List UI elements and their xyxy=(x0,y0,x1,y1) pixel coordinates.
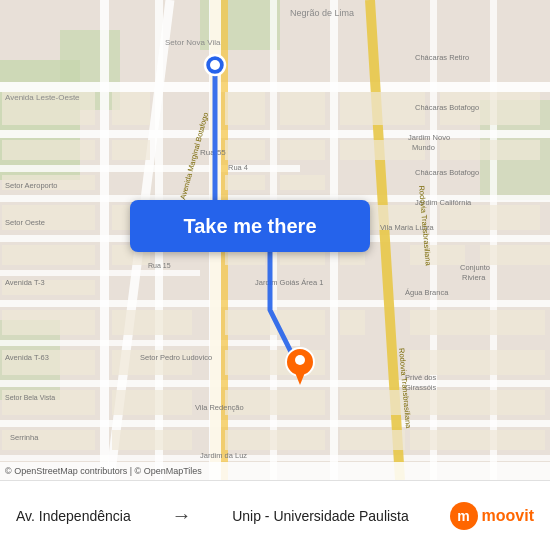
svg-rect-53 xyxy=(410,245,465,265)
svg-rect-34 xyxy=(112,140,150,160)
direction-arrow-icon: → xyxy=(171,504,191,527)
svg-text:Avenida T-3: Avenida T-3 xyxy=(5,278,45,287)
svg-text:Jardim Novo: Jardim Novo xyxy=(408,133,450,142)
svg-point-111 xyxy=(295,355,305,365)
svg-text:Setor Oeste: Setor Oeste xyxy=(5,218,45,227)
svg-text:Serrinha: Serrinha xyxy=(10,433,39,442)
destination-label: Unip - Universidade Paulista xyxy=(232,508,409,524)
svg-rect-73 xyxy=(340,430,405,450)
svg-rect-68 xyxy=(340,390,405,415)
svg-text:Água Branca: Água Branca xyxy=(405,288,449,297)
svg-rect-71 xyxy=(112,430,192,450)
svg-text:Rua 15: Rua 15 xyxy=(148,262,171,269)
svg-rect-48 xyxy=(2,245,95,265)
svg-rect-35 xyxy=(225,140,265,160)
svg-text:Chácaras Botafogo: Chácaras Botafogo xyxy=(415,168,479,177)
svg-rect-72 xyxy=(225,430,325,450)
svg-text:Jardim Goiás Área 1: Jardim Goiás Área 1 xyxy=(255,278,323,287)
svg-rect-66 xyxy=(112,390,192,415)
origin-label: Av. Independência xyxy=(16,508,131,524)
svg-rect-28 xyxy=(112,92,150,125)
svg-rect-17 xyxy=(100,0,109,480)
moovit-brand-text: moovit xyxy=(482,507,534,525)
svg-rect-47 xyxy=(440,205,540,230)
svg-text:Setor Aeroporto: Setor Aeroporto xyxy=(5,181,58,190)
svg-rect-64 xyxy=(410,350,545,375)
svg-rect-57 xyxy=(112,310,192,335)
svg-rect-74 xyxy=(410,430,545,450)
svg-text:Setor Bela Vista: Setor Bela Vista xyxy=(5,394,55,401)
svg-text:Chácaras Retiro: Chácaras Retiro xyxy=(415,53,469,62)
svg-text:Mundo: Mundo xyxy=(412,143,435,152)
svg-rect-40 xyxy=(225,175,265,190)
svg-rect-36 xyxy=(280,140,325,160)
svg-rect-13 xyxy=(0,340,300,346)
map-container: Negrão de Lima Setor Nova Vila Avenida L… xyxy=(0,0,550,480)
svg-rect-31 xyxy=(340,92,425,125)
svg-text:Negrão de Lima: Negrão de Lima xyxy=(290,8,354,18)
svg-text:Rua 4: Rua 4 xyxy=(228,163,248,172)
svg-rect-60 xyxy=(410,310,545,335)
svg-text:Chácaras Botafogo: Chácaras Botafogo xyxy=(415,103,479,112)
svg-text:Vila Redenção: Vila Redenção xyxy=(195,403,244,412)
moovit-logo: m moovit xyxy=(450,502,534,530)
svg-rect-56 xyxy=(2,310,95,335)
svg-rect-33 xyxy=(2,140,95,160)
svg-rect-41 xyxy=(280,175,325,190)
svg-rect-29 xyxy=(225,92,265,125)
svg-text:Setor Nova Vila: Setor Nova Vila xyxy=(165,38,221,47)
svg-rect-54 xyxy=(480,245,550,265)
svg-text:Avenida Leste-Oeste: Avenida Leste-Oeste xyxy=(5,93,80,102)
bottom-bar: Av. Independência → Unip - Universidade … xyxy=(0,480,550,550)
svg-text:Riviera: Riviera xyxy=(462,273,486,282)
svg-text:© OpenStreetMap contributors |: © OpenStreetMap contributors | © OpenMap… xyxy=(5,466,202,476)
svg-point-108 xyxy=(210,60,220,70)
svg-rect-59 xyxy=(340,310,365,335)
take-me-there-button[interactable]: Take me there xyxy=(130,200,370,252)
svg-text:Avenida T-63: Avenida T-63 xyxy=(5,353,49,362)
svg-rect-69 xyxy=(410,390,545,415)
svg-text:Conjunto: Conjunto xyxy=(460,263,490,272)
svg-rect-38 xyxy=(440,140,540,160)
moovit-icon: m xyxy=(450,502,478,530)
svg-text:Jardim da Luz: Jardim da Luz xyxy=(200,451,247,460)
svg-text:Setor Pedro Ludovico: Setor Pedro Ludovico xyxy=(140,353,212,362)
svg-rect-30 xyxy=(280,92,325,125)
